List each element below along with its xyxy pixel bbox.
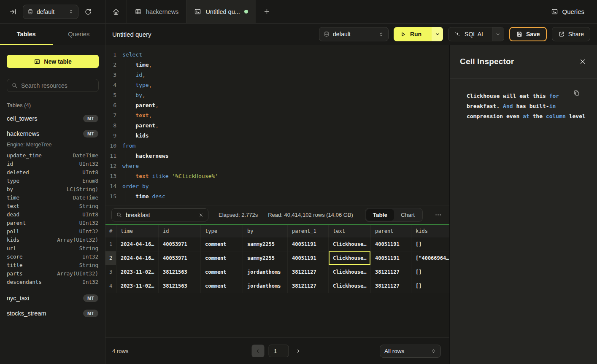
table-cell[interactable]: [] <box>411 237 449 251</box>
run-main[interactable]: Run <box>394 27 428 41</box>
table-cell[interactable]: 38121127 <box>371 265 411 279</box>
table-cell[interactable]: 40051191 <box>288 237 329 251</box>
copy-icon[interactable] <box>573 89 580 97</box>
collapse-sidebar-icon[interactable] <box>9 8 17 16</box>
column-header-id: id <box>159 225 201 237</box>
field-type: UInt32 <box>79 219 98 227</box>
sidebar-tab-queries[interactable]: Queries <box>53 24 105 45</box>
editor-line: 3 id, <box>105 70 449 80</box>
table-cell[interactable]: 38121563 <box>159 265 201 279</box>
more-options-icon[interactable] <box>433 211 443 218</box>
search-icon <box>116 212 122 218</box>
table-cell[interactable]: 40053971 <box>159 251 201 265</box>
editor-line: 4 type, <box>105 80 449 90</box>
table-cell[interactable]: 2024-04-16… <box>116 237 159 251</box>
table-item-stocks_stream[interactable]: stocks_streamMT <box>7 306 98 321</box>
editor-line: 9 kids <box>105 131 449 141</box>
table-cell[interactable]: Clickhouse… <box>329 251 371 265</box>
sidebar-tab-label: Queries <box>68 31 89 38</box>
table-cell[interactable]: sammy2255 <box>243 237 288 251</box>
line-number: 4 <box>105 80 116 90</box>
field-type: Array(UInt32) <box>57 236 98 244</box>
schema-field: idUInt32 <box>7 160 98 168</box>
prev-page-button[interactable] <box>251 345 264 357</box>
field-type: Int32 <box>82 253 98 261</box>
tab-home[interactable] <box>105 0 127 23</box>
view-table-button[interactable]: Table <box>366 209 394 221</box>
queries-button[interactable]: Queries <box>551 0 597 23</box>
new-tab-button[interactable] <box>256 0 278 23</box>
editor-line: 2 time, <box>105 60 449 70</box>
page-size-selector[interactable]: All rows <box>380 345 441 358</box>
sql-ai-button[interactable]: SQL AI <box>448 27 504 41</box>
table-cell[interactable]: 38121127 <box>371 279 411 293</box>
line-number: 13 <box>105 171 116 181</box>
results-search-input[interactable] <box>126 212 195 218</box>
share-label: Share <box>568 31 584 38</box>
table-cell[interactable]: 2024-04-16… <box>116 251 159 265</box>
table-cell[interactable]: sammy2255 <box>243 251 288 265</box>
table-cell[interactable]: comment <box>201 279 243 293</box>
column-header-parent: parent <box>371 225 411 237</box>
sql-editor[interactable]: 1select2 time,3 id,4 type,5 by,6 parent,… <box>105 45 449 205</box>
sidebar-tab-tables[interactable]: Tables <box>0 24 53 45</box>
table-cell[interactable]: comment <box>201 237 243 251</box>
toolbar-row: Tables Queries Untitled query default <box>0 24 597 45</box>
share-button[interactable]: Share <box>552 27 590 41</box>
table-item-hackernews[interactable]: hackernewsMT <box>7 126 98 141</box>
clear-search-icon[interactable] <box>199 213 204 218</box>
table-item-cell_towers[interactable]: cell_towersMT <box>7 111 98 126</box>
code-text: type, <box>122 80 152 90</box>
table-cell[interactable]: 40051191 <box>371 237 411 251</box>
table-cell[interactable]: Clickhouse… <box>329 237 371 251</box>
table-cell[interactable]: 38121127 <box>288 279 329 293</box>
table-cell[interactable]: 38121127 <box>288 265 329 279</box>
body: New table Tables (4) cell_towersMThacker… <box>0 45 597 364</box>
database-selector[interactable]: default <box>23 5 78 19</box>
table-cell[interactable]: 2023-11-02… <box>116 279 159 293</box>
refresh-icon[interactable] <box>84 8 92 16</box>
view-chart-button[interactable]: Chart <box>394 209 421 221</box>
share-icon <box>558 31 565 38</box>
table-cell[interactable]: 40051191 <box>288 251 329 265</box>
table-cell[interactable]: 38121563 <box>159 279 201 293</box>
table-item-nyc_taxi[interactable]: nyc_taxiMT <box>7 291 98 306</box>
search-resources-input[interactable] <box>21 82 94 89</box>
run-options-button[interactable] <box>432 27 443 41</box>
line-number: 8 <box>105 121 116 131</box>
row-number[interactable]: 3 <box>105 265 116 279</box>
field-name: by <box>7 185 13 194</box>
results-search[interactable] <box>111 208 208 221</box>
topbar-left: default <box>0 0 105 23</box>
table-cell[interactable]: Clickhouse… <box>329 279 371 293</box>
table-cell[interactable]: [] <box>411 265 449 279</box>
sql-ai-main[interactable]: SQL AI <box>448 27 489 41</box>
sidebar: New table Tables (4) cell_towersMThacker… <box>0 45 105 364</box>
close-icon[interactable] <box>579 58 586 65</box>
table-cell[interactable]: 2023-11-02… <box>116 265 159 279</box>
sidebar-search[interactable] <box>7 79 99 92</box>
table-cell[interactable]: 40051191 <box>371 251 411 265</box>
table-cell[interactable]: comment <box>201 265 243 279</box>
new-table-button[interactable]: New table <box>7 55 99 68</box>
run-button[interactable]: Run <box>394 27 443 41</box>
schema-field: titleString <box>7 261 98 270</box>
table-cell[interactable]: ["40066964… <box>411 251 449 265</box>
table-cell[interactable]: [] <box>411 279 449 293</box>
row-number[interactable]: 2 <box>105 251 116 265</box>
table-cell[interactable]: 40053971 <box>159 237 201 251</box>
table-cell[interactable]: comment <box>201 251 243 265</box>
tab-untitled-query[interactable]: Untitled qu... <box>186 0 255 23</box>
row-number[interactable]: 1 <box>105 237 116 251</box>
table-cell[interactable]: Clickhouse… <box>329 265 371 279</box>
query-database-selector[interactable]: default <box>319 27 389 41</box>
tab-hackernews[interactable]: hackernews <box>127 0 186 23</box>
page-number-input[interactable]: 1 <box>268 345 289 357</box>
row-number[interactable]: 4 <box>105 279 116 293</box>
sql-ai-options-button[interactable] <box>492 27 504 41</box>
schema-field: scoreInt32 <box>7 253 98 261</box>
next-page-button[interactable] <box>293 348 303 354</box>
save-button[interactable]: Save <box>509 27 547 41</box>
table-cell[interactable]: jordanthoms <box>243 265 288 279</box>
table-cell[interactable]: jordanthoms <box>243 279 288 293</box>
